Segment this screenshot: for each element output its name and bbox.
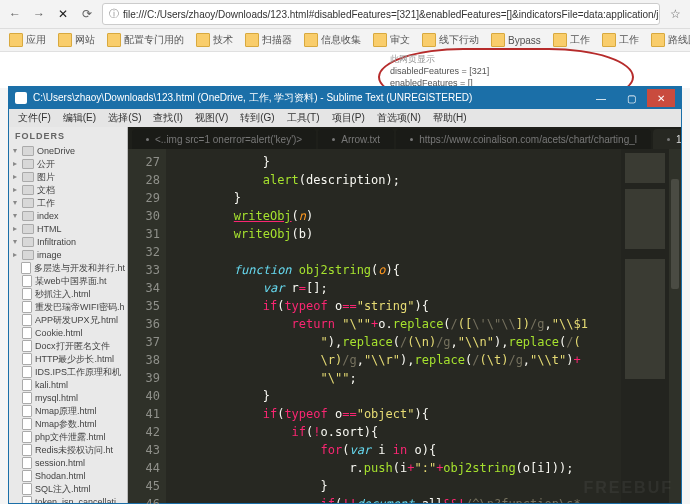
tree-folder[interactable]: ▸公开 [11,158,125,171]
bookmark-item[interactable]: 扫描器 [240,31,297,49]
editor-tab[interactable]: 123.html [653,129,681,149]
menu-item[interactable]: 帮助(H) [428,109,472,127]
menu-item[interactable]: 选择(S) [103,109,146,127]
tree-folder[interactable]: ▸文档 [11,184,125,197]
tree-file[interactable]: Docx打开匿名文件 [11,340,125,353]
bookmark-label: 应用 [26,33,46,47]
tree-folder[interactable]: ▾工作 [11,197,125,210]
bookmark-item[interactable]: 工作 [548,31,595,49]
bookmark-item[interactable]: 网站 [53,31,100,49]
menu-item[interactable]: 编辑(E) [58,109,101,127]
file-icon [21,262,31,274]
tree-file[interactable]: Nmap原理.html [11,405,125,418]
vertical-scrollbar[interactable] [669,149,681,503]
menu-item[interactable]: 工具(T) [282,109,325,127]
folder-icon [651,33,665,47]
file-icon [22,496,32,503]
sidebar[interactable]: FOLDERS ▾OneDrive▸公开▸图片▸文档▾工作▾index▸HTML… [9,127,128,503]
menu-item[interactable]: 查找(I) [148,109,187,127]
tab-label: <..img src=1 onerror=alert('key')> [155,134,302,145]
address-bar[interactable]: ⓘ file:///C:/Users/zhaoy/Downloads/123.h… [102,3,660,25]
tree-label: HTTP最少步长.html [35,353,114,365]
menu-item[interactable]: 文件(F) [13,109,56,127]
tree-file[interactable]: Redis未授权访问.ht [11,444,125,457]
tree-file[interactable]: IDS.IPS工作原理和机 [11,366,125,379]
window-title: C:\Users\zhaoy\Downloads\123.html (OneDr… [33,91,472,105]
tree-label: mysql.html [35,392,78,404]
bookmark-item[interactable]: 审文 [368,31,415,49]
bookmark-item[interactable]: 配置专门用的 [102,31,189,49]
expand-icon: ▾ [11,197,19,209]
tree-file[interactable]: Cookie.html [11,327,125,340]
expand-icon: ▸ [11,249,19,261]
tree-file[interactable]: HTTP最少步长.html [11,353,125,366]
tree-label: 文档 [37,184,55,196]
maximize-button[interactable]: ▢ [617,89,645,107]
tree-file[interactable]: APP研发UPX兄.html [11,314,125,327]
minimap[interactable] [621,149,669,503]
tree-file[interactable]: mysql.html [11,392,125,405]
expand-icon: ▾ [11,236,19,248]
bookmarks-bar: 应用网站配置专门用的技术扫描器信息收集审文线下行动Bypass工作工作路线图 [0,29,690,52]
scrollbar-thumb[interactable] [671,179,679,289]
bookmark-item[interactable]: Bypass [486,31,546,49]
file-icon [22,353,32,365]
star-button[interactable]: ☆ [666,5,684,23]
back-button[interactable]: ← [6,5,24,23]
dot-icon [667,138,670,141]
tree-file[interactable]: php文件泄露.html [11,431,125,444]
tree-folder[interactable]: ▾index [11,210,125,223]
tree-file[interactable]: 多层迭与开发和并行.ht [11,262,125,275]
tab-bar: <..img src=1 onerror=alert('key')>Arrow.… [128,127,681,149]
editor-tab[interactable]: Arrow.txt [318,129,394,149]
bookmark-label: 技术 [213,33,233,47]
editor-tab[interactable]: https://www.coinalison.com/acets/chart/c… [396,129,651,149]
editor-tab[interactable]: <..img src=1 onerror=alert('key')> [132,129,316,149]
tree-label: Infiltration [37,236,76,248]
tree-file[interactable]: Nmap参数.html [11,418,125,431]
tree-file[interactable]: kali.html [11,379,125,392]
dot-icon [410,138,413,141]
expand-icon: ▾ [11,210,19,222]
tab-label: Arrow.txt [341,134,380,145]
close-tab-button[interactable]: ✕ [54,5,72,23]
tree-folder[interactable]: ▸HTML [11,223,125,236]
tree-file[interactable]: 某web中国界面.ht [11,275,125,288]
tree-label: APP研发UPX兄.html [35,314,118,326]
minimize-button[interactable]: — [587,89,615,107]
editor[interactable]: 27 28 29 30 31 32 33 34 35 36 37 38 39 4… [128,149,681,503]
tree-label: kali.html [35,379,68,391]
reload-button[interactable]: ⟳ [78,5,96,23]
folder-icon [58,33,72,47]
folder-icon [491,33,505,47]
tree-folder[interactable]: ▾OneDrive [11,145,125,158]
tree-file[interactable]: session.html [11,457,125,470]
forward-button[interactable]: → [30,5,48,23]
bookmark-item[interactable]: 工作 [597,31,644,49]
tree-file[interactable]: 秒抓注入.html [11,288,125,301]
dot-icon [332,138,335,141]
tree-file[interactable]: SQL注入.html [11,483,125,496]
tree-label: 公开 [37,158,55,170]
code-area[interactable]: } alert(description); } writeObj(n) writ… [166,149,621,503]
tree-folder[interactable]: ▾Infiltration [11,236,125,249]
tree-folder[interactable]: ▸图片 [11,171,125,184]
bookmark-item[interactable]: 信息收集 [299,31,366,49]
window-close-button[interactable]: ✕ [647,89,675,107]
bookmark-item[interactable]: 路线图 [646,31,690,49]
bookmark-item[interactable]: 应用 [4,31,51,49]
menu-item[interactable]: 首选项(N) [372,109,426,127]
folder-icon [553,33,567,47]
bookmark-item[interactable]: 线下行动 [417,31,484,49]
tree-file[interactable]: 重发巴瑞帝WIFI密码.h [11,301,125,314]
info-icon: ⓘ [109,7,119,21]
bookmark-item[interactable]: 技术 [191,31,238,49]
menu-item[interactable]: 视图(V) [190,109,233,127]
tree-folder[interactable]: ▸image [11,249,125,262]
window-titlebar[interactable]: C:\Users\zhaoy\Downloads\123.html (OneDr… [9,87,681,109]
tree-file[interactable]: token_isn_cancellati [11,496,125,503]
menu-item[interactable]: 转到(G) [235,109,279,127]
tree-label: SQL注入.html [35,483,91,495]
tree-file[interactable]: Shodan.html [11,470,125,483]
menu-item[interactable]: 项目(P) [327,109,370,127]
